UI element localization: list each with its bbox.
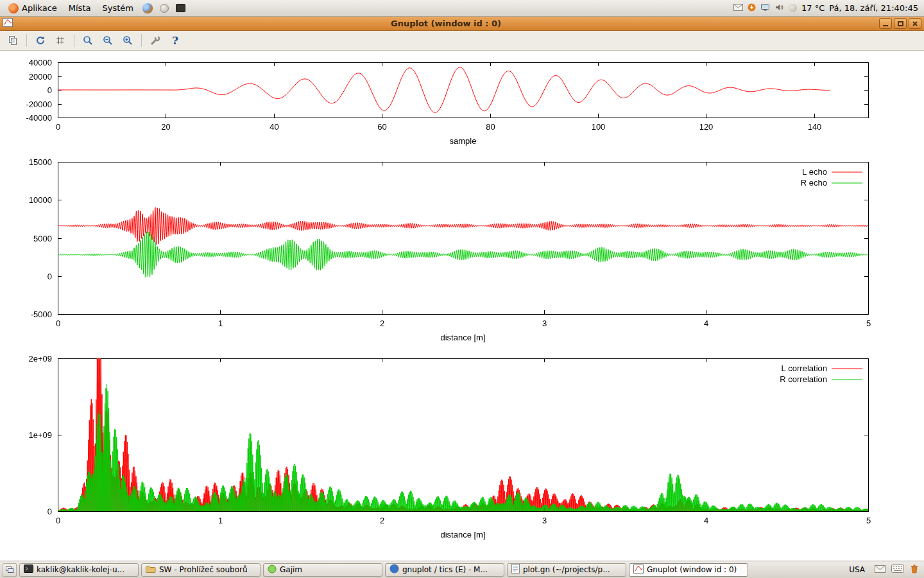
- refresh-icon[interactable]: [33, 33, 48, 48]
- taskbar-item-label: kaklik@kaklik-kolej-u...: [37, 565, 124, 574]
- gnuplot-icon: [633, 565, 644, 575]
- mail-icon[interactable]: [875, 565, 886, 575]
- taskbar-item-terminal[interactable]: kaklik@kaklik-kolej-u...: [19, 563, 139, 577]
- temperature-applet[interactable]: 17 °C: [801, 3, 825, 13]
- taskbar-item-label: plot.gn (~/projects/p...: [523, 565, 610, 574]
- menu-system-label: Systém: [102, 3, 133, 13]
- taskbar-item-gnuplot[interactable]: Gnuplot (window id : 0): [629, 563, 748, 577]
- taskbar-item-text-editor[interactable]: plot.gn (~/projects/p...: [507, 563, 626, 577]
- taskbar-item-firefox[interactable]: gnuplot / tics (E) - M...: [385, 563, 504, 577]
- volume-icon[interactable]: [774, 3, 784, 13]
- taskbar-item-file-manager[interactable]: SW - Prohlížeč souborů: [141, 563, 261, 577]
- system-tray: 17 °C Pá, 18. září, 21:40:45: [733, 3, 921, 13]
- clock-applet[interactable]: Pá, 18. září, 21:40:45: [829, 3, 918, 13]
- gajim-icon: [268, 565, 277, 575]
- gnuplot-toolbar: ?: [0, 31, 924, 51]
- waveform-plot-canvas[interactable]: [0, 56, 924, 152]
- menu-applications[interactable]: Aplikace: [3, 0, 62, 17]
- echo-plot-canvas[interactable]: [0, 152, 924, 349]
- taskbar-item-label: Gajim: [280, 565, 302, 574]
- copy-icon[interactable]: [5, 33, 21, 48]
- menu-places[interactable]: Místa: [64, 0, 96, 17]
- firefox-icon[interactable]: [140, 1, 155, 16]
- update-notifier-icon[interactable]: [748, 3, 756, 13]
- keyboard-layout-indicator[interactable]: USA: [845, 564, 869, 575]
- window-title: Gnuplot (window id : 0): [15, 19, 877, 28]
- menu-system[interactable]: Systém: [97, 0, 138, 17]
- keyboard-icon[interactable]: [891, 565, 904, 575]
- trash-icon[interactable]: [910, 564, 919, 575]
- mail-icon[interactable]: [733, 3, 743, 13]
- close-button[interactable]: [909, 18, 921, 29]
- ubuntu-logo-icon: [8, 3, 19, 13]
- taskbar-right-tray: USA: [845, 564, 921, 575]
- zoom-out-icon[interactable]: [100, 33, 116, 48]
- gnuplot-canvas-area: [0, 51, 924, 561]
- correlation-plot-canvas[interactable]: [0, 349, 924, 541]
- window-titlebar[interactable]: Gnuplot (window id : 0): [0, 17, 924, 31]
- settings-icon[interactable]: [148, 33, 163, 48]
- toolbar-separator: [26, 34, 27, 47]
- taskbar-item-label: Gnuplot (window id : 0): [647, 565, 737, 574]
- taskbar-item-label: SW - Prohlížeč souborů: [159, 565, 248, 574]
- menu-places-label: Místa: [69, 3, 91, 13]
- minimize-button[interactable]: [879, 18, 892, 29]
- gnome-taskbar: kaklik@kaklik-kolej-u... SW - Prohlížeč …: [0, 561, 924, 578]
- taskbar-item-label: gnuplot / tics (E) - M...: [402, 565, 488, 574]
- grid-icon[interactable]: [53, 33, 68, 48]
- help-browser-icon[interactable]: [157, 1, 172, 16]
- gnome-top-panel: Aplikace Místa Systém 17 °C Pá, 18. září…: [0, 0, 924, 17]
- menu-applications-label: Aplikace: [22, 3, 57, 13]
- weather-icon[interactable]: [789, 4, 797, 12]
- display-icon[interactable]: [760, 3, 770, 13]
- taskbar-item-gajim[interactable]: Gajim: [263, 563, 382, 577]
- maximize-button[interactable]: [894, 18, 907, 29]
- zoom-in-icon[interactable]: [120, 33, 135, 48]
- terminal-icon: [24, 565, 33, 575]
- toolbar-separator: [74, 34, 74, 47]
- window-icon: [3, 18, 13, 29]
- zoom-previous-icon[interactable]: [80, 33, 96, 48]
- show-desktop-icon[interactable]: [3, 563, 17, 577]
- help-icon[interactable]: ?: [167, 33, 183, 48]
- text-editor-icon: [511, 564, 520, 575]
- terminal-icon[interactable]: [173, 1, 189, 16]
- toolbar-separator: [141, 34, 142, 47]
- firefox-icon: [389, 564, 399, 575]
- file-manager-icon: [146, 565, 156, 575]
